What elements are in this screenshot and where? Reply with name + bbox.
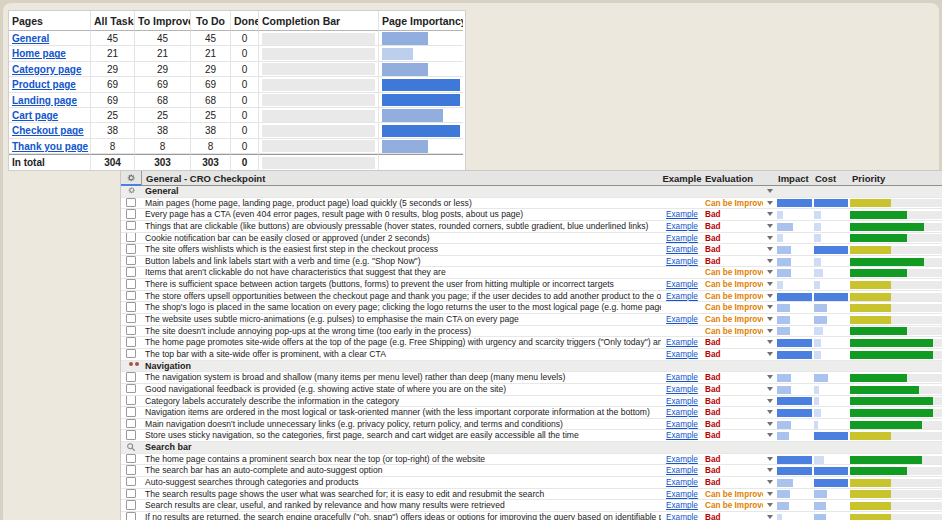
evaluation-dropdown-arrow[interactable] xyxy=(767,375,773,379)
evaluation-dropdown-arrow[interactable] xyxy=(767,480,773,484)
example-link[interactable]: Example xyxy=(666,292,698,301)
task-checkbox[interactable] xyxy=(126,279,136,288)
evaluation-dropdown-arrow[interactable] xyxy=(767,468,773,472)
task-checkbox[interactable] xyxy=(126,465,136,474)
example-link[interactable]: Example xyxy=(666,350,698,359)
evaluation-value[interactable]: Bad xyxy=(703,209,763,221)
evaluation-value[interactable]: Can be Improved xyxy=(703,326,763,338)
section-dropdown-cell[interactable] xyxy=(763,186,776,198)
task-checkbox[interactable] xyxy=(126,500,136,509)
page-link[interactable]: General xyxy=(12,33,49,44)
evaluation-value[interactable]: Can be Improved xyxy=(703,489,763,501)
evaluation-value[interactable]: Bad xyxy=(703,349,763,361)
evaluation-value[interactable]: Bad xyxy=(703,233,763,245)
example-link[interactable]: Example xyxy=(666,408,698,417)
evaluation-dropdown-arrow[interactable] xyxy=(767,189,773,193)
example-link[interactable]: Example xyxy=(666,513,698,520)
task-checkbox[interactable] xyxy=(126,314,136,323)
example-link[interactable]: Example xyxy=(666,373,698,382)
task-checkbox[interactable] xyxy=(126,256,136,265)
page-link[interactable]: Thank you page xyxy=(12,141,88,152)
example-link[interactable]: Example xyxy=(666,397,698,406)
evaluation-dropdown-arrow[interactable] xyxy=(767,457,773,461)
example-link[interactable]: Example xyxy=(666,280,698,289)
task-checkbox[interactable] xyxy=(126,233,136,242)
task-checkbox[interactable] xyxy=(126,337,136,346)
evaluation-dropdown-arrow[interactable] xyxy=(767,282,773,286)
task-checkbox[interactable] xyxy=(126,209,136,218)
evaluation-value[interactable]: Can be Improved xyxy=(703,279,763,291)
evaluation-dropdown-arrow[interactable] xyxy=(767,352,773,356)
example-link[interactable]: Example xyxy=(666,338,698,347)
evaluation-dropdown-arrow[interactable] xyxy=(767,270,773,274)
task-checkbox[interactable] xyxy=(126,291,136,300)
page-link[interactable]: Cart page xyxy=(12,110,58,121)
evaluation-value[interactable]: Bad xyxy=(703,384,763,396)
example-link[interactable]: Example xyxy=(666,234,698,243)
evaluation-value[interactable]: Bad xyxy=(703,512,763,520)
evaluation-value[interactable]: Can be Improved xyxy=(703,500,763,512)
task-checkbox[interactable] xyxy=(126,267,136,276)
evaluation-value[interactable]: Bad xyxy=(703,337,763,349)
evaluation-dropdown-arrow[interactable] xyxy=(767,410,773,414)
example-link[interactable]: Example xyxy=(666,245,698,254)
example-link[interactable]: Example xyxy=(666,501,698,510)
task-checkbox[interactable] xyxy=(126,349,136,358)
page-link[interactable]: Checkout page xyxy=(12,125,84,136)
evaluation-value[interactable]: Can be Improved xyxy=(703,302,763,314)
task-checkbox[interactable] xyxy=(126,512,136,520)
example-link[interactable]: Example xyxy=(666,455,698,464)
task-checkbox[interactable] xyxy=(126,396,136,405)
evaluation-value[interactable]: Bad xyxy=(703,407,763,419)
evaluation-value[interactable]: Bad xyxy=(703,221,763,233)
evaluation-value[interactable]: Bad xyxy=(703,454,763,466)
evaluation-dropdown-arrow[interactable] xyxy=(767,259,773,263)
evaluation-dropdown-arrow[interactable] xyxy=(767,247,773,251)
example-link[interactable]: Example xyxy=(666,210,698,219)
task-checkbox[interactable] xyxy=(126,430,136,439)
evaluation-dropdown-arrow[interactable] xyxy=(767,433,773,437)
task-checkbox[interactable] xyxy=(126,198,136,207)
task-checkbox[interactable] xyxy=(126,489,136,498)
example-link[interactable]: Example xyxy=(666,315,698,324)
task-checkbox[interactable] xyxy=(126,326,136,335)
evaluation-dropdown-arrow[interactable] xyxy=(767,329,773,333)
evaluation-value[interactable]: Bad xyxy=(703,465,763,477)
page-link[interactable]: Category page xyxy=(12,64,81,75)
example-link[interactable]: Example xyxy=(666,431,698,440)
task-checkbox[interactable] xyxy=(126,454,136,463)
task-checkbox[interactable] xyxy=(126,244,136,253)
evaluation-value[interactable]: Bad xyxy=(703,244,763,256)
example-link[interactable]: Example xyxy=(666,490,698,499)
evaluation-value[interactable]: Bad xyxy=(703,256,763,268)
evaluation-dropdown-arrow[interactable] xyxy=(767,236,773,240)
example-link[interactable]: Example xyxy=(666,420,698,429)
evaluation-value[interactable]: Bad xyxy=(703,372,763,384)
evaluation-dropdown-arrow[interactable] xyxy=(767,340,773,344)
example-link[interactable]: Example xyxy=(666,385,698,394)
evaluation-dropdown-arrow[interactable] xyxy=(767,422,773,426)
evaluation-dropdown-arrow[interactable] xyxy=(767,224,773,228)
evaluation-dropdown-arrow[interactable] xyxy=(767,201,773,205)
evaluation-dropdown-arrow[interactable] xyxy=(767,212,773,216)
evaluation-dropdown-arrow[interactable] xyxy=(767,503,773,507)
evaluation-value[interactable]: Bad xyxy=(703,430,763,442)
evaluation-dropdown-arrow[interactable] xyxy=(767,492,773,496)
evaluation-value[interactable]: Can be Improved xyxy=(703,198,763,210)
evaluation-dropdown-arrow[interactable] xyxy=(767,317,773,321)
task-checkbox[interactable] xyxy=(126,221,136,230)
evaluation-value[interactable]: Can be Improved xyxy=(703,291,763,303)
task-checkbox[interactable] xyxy=(126,419,136,428)
evaluation-value[interactable]: Can be Improved xyxy=(703,314,763,326)
task-checkbox[interactable] xyxy=(126,372,136,381)
example-link[interactable]: Example xyxy=(666,257,698,266)
evaluation-dropdown-arrow[interactable] xyxy=(767,399,773,403)
evaluation-dropdown-arrow[interactable] xyxy=(767,294,773,298)
task-checkbox[interactable] xyxy=(126,384,136,393)
evaluation-value[interactable]: Bad xyxy=(703,419,763,431)
task-checkbox[interactable] xyxy=(126,477,136,486)
task-checkbox[interactable] xyxy=(126,407,136,416)
example-link[interactable]: Example xyxy=(666,478,698,487)
evaluation-value[interactable]: Can be Improved xyxy=(703,267,763,279)
page-link[interactable]: Home page xyxy=(12,48,66,59)
